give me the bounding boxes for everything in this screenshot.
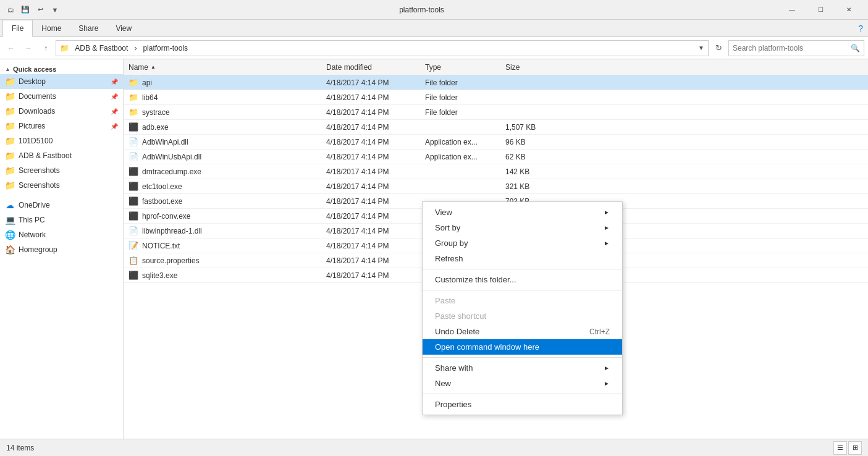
screenshots2-folder-icon: 📁 [5,180,15,190]
table-row[interactable]: 📁systrace 4/18/2017 4:14 PM File folder [124,105,868,120]
forward-button[interactable]: → [21,41,36,56]
table-row[interactable]: ⬛adb.exe 4/18/2017 4:14 PM 1,507 KB [124,120,868,135]
sidebar-item-onedrive[interactable]: ☁ OneDrive [0,198,123,213]
sidebar-item-screenshots2[interactable]: 📁 Screenshots [0,178,123,193]
sidebar-item-this-pc[interactable]: 💻 This PC [0,213,123,227]
details-view-icon[interactable]: ☰ [833,441,847,455]
exe-icon: ⬛ [129,167,138,177]
folder-icon: 📁 [129,108,138,117]
search-input[interactable] [733,44,848,53]
sidebar-label-101d5100: 101D5100 [19,137,53,145]
col-header-size[interactable]: Size [500,59,562,75]
sidebar-label-onedrive: OneDrive [19,201,50,209]
sidebar-label-screenshots2: Screenshots [19,181,60,190]
table-row[interactable]: 📁api 4/18/2017 4:14 PM File folder [124,75,868,90]
quick-access-heading[interactable]: ▲ Quick access [0,62,123,74]
folder-icon: 📁 [129,93,138,103]
ctx-open-command[interactable]: Open command window here [423,339,622,355]
ctx-separator3 [423,357,622,358]
maximize-button[interactable]: ☐ [806,0,835,20]
search-box[interactable]: 🔍 [728,40,864,56]
sidebar-item-desktop[interactable]: 📁 Desktop 📌 [0,74,123,89]
ctx-undo-delete[interactable]: Undo Delete Ctrl+Z [423,324,622,339]
sidebar-item-pictures[interactable]: 📁 Pictures 📌 [0,119,123,133]
downloads-folder-icon: 📁 [5,106,15,116]
ctx-customize-folder[interactable]: Customize this folder... [423,272,622,287]
ctx-open-command-label: Open command window here [435,342,539,352]
ctx-separator1 [423,269,622,269]
sidebar-label-homegroup: Homegroup [19,245,57,254]
table-row[interactable]: 📁lib64 4/18/2017 4:14 PM File folder [124,90,868,105]
ctx-group-by-label: Group by [435,239,468,248]
sidebar-label-network: Network [19,230,46,239]
sidebar-item-101d5100[interactable]: 📁 101D5100 [0,133,123,148]
sidebar-item-downloads[interactable]: 📁 Downloads 📌 [0,104,123,119]
sidebar-item-adb-fastboot[interactable]: 📁 ADB & Fastboot [0,148,123,163]
onedrive-icon: ☁ [5,200,15,210]
sidebar-label-downloads: Downloads [19,107,55,116]
status-text: 14 items [6,444,34,452]
ctx-sort-by-label: Sort by [435,223,460,232]
tab-share[interactable]: Share [70,20,107,37]
ctx-paste-shortcut[interactable]: Paste shortcut [423,308,622,324]
address-chevron: ▼ [698,44,704,51]
title-bar: 🗂 💾 ↩ ▼ platform-tools — ☐ ✕ [0,0,868,20]
homegroup-icon: 🏠 [5,245,15,255]
documents-folder-icon: 📁 [5,91,15,101]
col-header-type[interactable]: Type [420,59,500,75]
sidebar-item-screenshots1[interactable]: 📁 Screenshots [0,163,123,178]
large-icons-view-icon[interactable]: ⊞ [848,441,862,455]
undo-icon[interactable]: ↩ [35,4,46,15]
sidebar-item-network[interactable]: 🌐 Network [0,227,123,242]
sidebar-label-documents: Documents [19,92,56,101]
ctx-new[interactable]: New ► [423,376,622,391]
save-icon[interactable]: 💾 [20,4,31,15]
minimize-button[interactable]: — [778,0,806,20]
pictures-pin-icon: 📌 [111,123,118,130]
downloads-pin-icon: 📌 [111,108,118,115]
prop-icon: 📋 [129,256,138,266]
tab-file[interactable]: File [2,20,33,37]
this-pc-icon: 💻 [5,215,15,225]
table-row[interactable]: ⬛etc1tool.exe 4/18/2017 4:14 PM 321 KB [124,179,868,194]
ctx-customize-folder-label: Customize this folder... [435,275,516,284]
table-row[interactable]: ⬛dmtracedump.exe 4/18/2017 4:14 PM 142 K… [124,164,868,179]
col-header-date[interactable]: Date modified [321,59,420,75]
close-button[interactable]: ✕ [835,0,863,20]
back-button[interactable]: ← [4,41,19,56]
table-row[interactable]: 📄AdbWinApi.dll 4/18/2017 4:14 PM Applica… [124,135,868,150]
exe-icon: ⬛ [129,271,138,281]
col-header-name[interactable]: Name ▲ [124,59,321,75]
address-path[interactable]: 📁 ADB & Fastboot › platform-tools ▼ [56,40,709,56]
sidebar-label-this-pc: This PC [19,216,45,224]
desktop-folder-icon: 📁 [5,77,15,87]
tab-home[interactable]: Home [33,20,70,37]
sidebar-item-homegroup[interactable]: 🏠 Homegroup [0,242,123,257]
ctx-undo-delete-shortcut: Ctrl+Z [589,327,610,336]
sidebar-label-pictures: Pictures [19,122,45,130]
ctx-refresh[interactable]: Refresh [423,251,622,266]
sidebar-item-documents[interactable]: 📁 Documents 📌 [0,89,123,104]
ctx-share-with[interactable]: Share with ► [423,360,622,376]
ctx-group-by[interactable]: Group by ► [423,235,622,251]
ctx-view[interactable]: View ► [423,205,622,220]
desktop-pin-icon: 📌 [111,78,118,85]
tab-view[interactable]: View [107,20,140,37]
documents-pin-icon: 📌 [111,93,118,100]
search-icon: 🔍 [851,44,860,53]
table-row[interactable]: 📄AdbWinUsbApi.dll 4/18/2017 4:14 PM Appl… [124,150,868,164]
ctx-properties-label: Properties [435,400,471,409]
address-bar: ← → ↑ 📁 ADB & Fastboot › platform-tools … [0,37,868,59]
ctx-properties[interactable]: Properties [423,397,622,412]
ctx-sort-by[interactable]: Sort by ► [423,220,622,235]
sidebar-label-screenshots1: Screenshots [19,166,60,175]
pin-menu-icon[interactable]: ▼ [49,4,61,15]
sidebar-label-desktop: Desktop [19,77,46,86]
ctx-separator2 [423,290,622,290]
help-button[interactable]: ? [858,23,863,33]
ctx-share-with-arrow: ► [604,365,610,371]
up-arrow-button[interactable]: ↑ [38,41,53,56]
exe-icon: ⬛ [129,211,138,221]
refresh-button[interactable]: ↻ [711,41,726,56]
ctx-paste[interactable]: Paste [423,293,622,308]
